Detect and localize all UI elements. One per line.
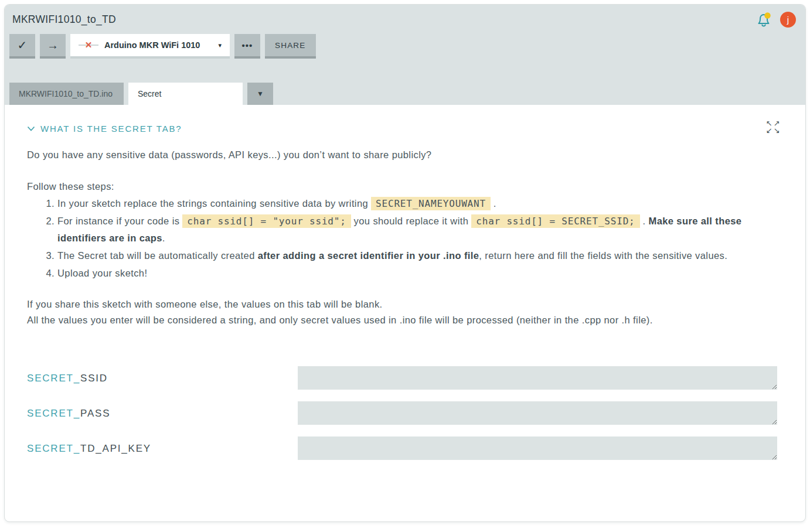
label-name: TD_API_KEY	[80, 443, 151, 454]
secret-td-api-key-input[interactable]	[298, 436, 777, 460]
intro-text: Do you have any sensitive data (password…	[27, 146, 777, 163]
editor-header: MKRWIFI1010_to_TD j ✓ →	[5, 5, 805, 105]
sketch-title: MKRWIFI1010_to_TD	[12, 13, 116, 26]
secret-ssid-input[interactable]	[298, 366, 777, 390]
caret-down-icon: ▼	[257, 90, 264, 98]
secret-tab-panel: ↖ ↗ ↙ ↘ WHAT IS THE SECRET TAB? Do you h…	[5, 105, 805, 460]
verify-button[interactable]: ✓	[9, 34, 35, 59]
step-text: .	[491, 198, 496, 209]
titlebar: MKRWIFI1010_to_TD j	[5, 5, 805, 34]
label-prefix: SECRET_	[27, 373, 80, 384]
step-text: Upload your sketch!	[57, 268, 147, 278]
steps-list: In your sketch replace the strings conta…	[27, 195, 777, 282]
secret-step: In your sketch replace the strings conta…	[57, 195, 777, 212]
note-text: If you share this sketch with someone el…	[27, 296, 777, 328]
board-selector-dropdown[interactable]: ✕ Arduino MKR WiFi 1010 ▾	[70, 34, 230, 59]
step-text: after adding a secret identifier in your…	[258, 250, 479, 261]
user-avatar[interactable]: j	[780, 12, 796, 28]
notification-dot	[764, 12, 770, 18]
step-text: .	[640, 216, 649, 226]
secret-field-row: SECRET_TD_API_KEY	[27, 436, 777, 460]
tab-sketch-ino[interactable]: MKRWIFI1010_to_TD.ino	[9, 83, 124, 105]
step-text: For instance if your code is	[57, 216, 182, 226]
steps-title: Follow these steps:	[27, 178, 777, 195]
secret-field-row: SECRET_PASS	[27, 401, 777, 425]
label-prefix: SECRET_	[27, 443, 80, 454]
titlebar-actions: j	[755, 11, 796, 28]
chevron-down-icon	[27, 126, 35, 131]
upload-button[interactable]: →	[40, 34, 66, 59]
step-text: , return here and fill the fields with t…	[479, 250, 727, 261]
secret-pass-input[interactable]	[298, 401, 777, 425]
step-text: .	[162, 233, 165, 243]
code-highlight: char ssid[] = SECRET_SSID;	[471, 214, 639, 228]
label-name: PASS	[80, 408, 110, 419]
field-label-td-api-key: SECRET_TD_API_KEY	[27, 440, 298, 457]
bell-icon-svg	[755, 11, 772, 28]
step-text: you should replace it with	[351, 216, 472, 226]
board-disconnected-icon: ✕	[79, 40, 98, 50]
more-options-button[interactable]: •••	[234, 34, 260, 59]
tabstrip: MKRWIFI1010_to_TD.ino Secret ▼	[9, 83, 273, 105]
tab-secret[interactable]: Secret	[128, 83, 243, 105]
secret-fields: SECRET_SSID SECRET_PASS SECRET_TD_API_KE…	[27, 366, 777, 460]
secret-step: Upload your sketch!	[57, 265, 777, 282]
code-highlight: SECRET_NAMEYOUWANT	[371, 197, 491, 210]
field-label-ssid: SECRET_SSID	[27, 370, 298, 387]
note-line: All the values you enter will be conside…	[27, 312, 777, 328]
note-line: If you share this sketch with someone el…	[27, 296, 777, 312]
fullscreen-expand-icon[interactable]: ↖ ↗ ↙ ↘	[765, 120, 781, 134]
secret-step: The Secret tab will be automatically cre…	[57, 247, 777, 264]
ellipsis-icon: •••	[242, 40, 253, 50]
section-toggle[interactable]: WHAT IS THE SECRET TAB?	[27, 120, 777, 137]
arrow-down-right-icon: ↘	[773, 127, 781, 134]
arrow-right-icon: →	[47, 39, 59, 52]
tab-menu-button[interactable]: ▼	[247, 83, 273, 105]
label-name: SSID	[80, 373, 108, 384]
checkmark-icon: ✓	[18, 38, 28, 52]
board-name-label: Arduino MKR WiFi 1010	[104, 40, 200, 50]
toolbar: ✓ → ✕ Arduino MKR WiFi 1010 ▾ ••• SHARE	[5, 34, 805, 59]
section-heading: WHAT IS THE SECRET TAB?	[40, 120, 182, 137]
step-text: In your sketch replace the strings conta…	[57, 198, 371, 209]
arrow-down-left-icon: ↙	[765, 127, 773, 134]
step-text: The Secret tab will be automatically cre…	[57, 250, 258, 261]
secret-step: For instance if your code is char ssid[]…	[57, 213, 777, 247]
share-button[interactable]: SHARE	[265, 34, 316, 59]
secret-field-row: SECRET_SSID	[27, 366, 777, 390]
code-highlight: char ssid[] = "your ssid";	[182, 214, 350, 228]
field-label-pass: SECRET_PASS	[27, 405, 298, 422]
arduino-editor-window: MKRWIFI1010_to_TD j ✓ →	[4, 4, 806, 522]
chevron-down-icon: ▾	[218, 42, 222, 49]
notifications-bell-icon[interactable]	[755, 11, 772, 28]
label-prefix: SECRET_	[27, 408, 80, 419]
